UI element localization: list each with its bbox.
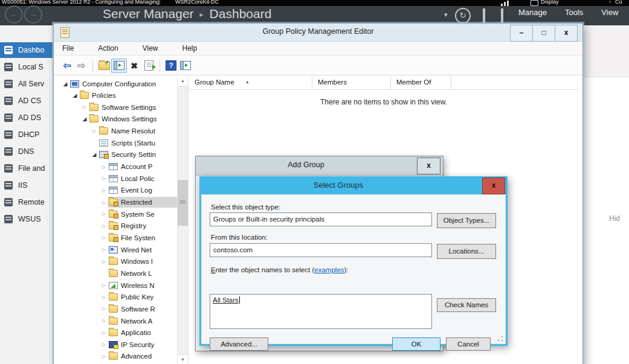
hide-link[interactable]: Hid [609, 214, 620, 223]
sidebar-item-file-and[interactable]: File and [0, 161, 53, 176]
back-button[interactable]: ← [5, 5, 23, 24]
menu-manage[interactable]: Manage [518, 8, 547, 17]
sidebar-item-local-s[interactable]: Local S [0, 59, 53, 75]
tree-item-system-se[interactable]: ▷System Se [59, 208, 178, 220]
sidebar-item-ad-cs[interactable]: AD CS [0, 93, 53, 109]
tree-item-security-settin[interactable]: ◢Security Settin [59, 149, 178, 161]
extended-view-button[interactable] [178, 59, 193, 72]
scrollbar-thumb[interactable] [178, 180, 188, 226]
resize-grip[interactable] [497, 336, 503, 342]
tree-item-event-log[interactable]: ▷Event Log [59, 185, 178, 196]
cancel-button[interactable]: Cancel [446, 337, 491, 351]
gpme-menu-file[interactable]: File [62, 44, 74, 53]
collapse-arrow-icon[interactable]: ◢ [90, 152, 98, 158]
forward-button[interactable]: ⇨ [74, 59, 89, 72]
column-header-group-name[interactable]: Group Name▲ [189, 76, 312, 89]
gpme-menu-help[interactable]: Help [182, 44, 198, 53]
tree-item-restricted[interactable]: ▷Restricted [59, 197, 178, 208]
tree-item-computer-configuration[interactable]: ◢Computer Configuration [59, 78, 178, 89]
gpme-menu-view[interactable]: View [143, 44, 158, 53]
tree-item-registry[interactable]: ▷Registry [59, 220, 178, 232]
expand-arrow-icon[interactable]: ▷ [100, 354, 108, 359]
tree-item-advanced[interactable]: ▷Advanced [59, 351, 178, 362]
refresh-button[interactable]: ↻ [455, 8, 471, 24]
sidebar-item-wsus[interactable]: WSUS [0, 211, 53, 227]
sidebar-item-ad-ds[interactable]: AD DS [0, 110, 53, 126]
chevron-down-icon[interactable]: ▾ [444, 11, 448, 19]
collapse-arrow-icon[interactable]: ◢ [71, 92, 79, 98]
tree-item-software-r[interactable]: ▷Software R [59, 303, 178, 315]
tree-item-scripts-startu[interactable]: Scripts (Startu [59, 137, 178, 148]
object-names-input[interactable]: All Stars [210, 294, 432, 329]
tree-item-account-p[interactable]: ▷Account P [59, 161, 178, 173]
sidebar-item-dns[interactable]: DNS [0, 144, 53, 159]
tree-item-wireless-n[interactable]: ▷Wireless N [59, 279, 178, 291]
gpme-menu-action[interactable]: Action [98, 44, 118, 53]
tree-item-network-a[interactable]: ▷Network A [59, 315, 178, 327]
object-types-button[interactable]: Object Types... [437, 213, 496, 228]
expand-arrow-icon[interactable]: ▷ [100, 164, 108, 170]
sidebar-item-dhcp[interactable]: DHCP [0, 127, 53, 142]
tree-item-file-systen[interactable]: ▷File Systen [59, 232, 178, 243]
menu-tools[interactable]: Tools [565, 8, 583, 17]
messages-flag-icon[interactable] [501, 8, 503, 23]
scroll-down-button[interactable]: ▼ [178, 354, 188, 364]
collapse-arrow-icon[interactable]: ◢ [61, 81, 69, 87]
expand-arrow-icon[interactable]: ▷ [100, 235, 108, 240]
up-one-level-button[interactable] [97, 59, 111, 72]
close-button[interactable]: x [417, 158, 440, 174]
delete-button[interactable]: ✖ [127, 59, 141, 72]
tree-item-software-settings[interactable]: ▷Software Settings [59, 101, 178, 113]
ok-button[interactable]: OK [392, 337, 440, 351]
sidebar-item-all-serv[interactable]: All Serv [0, 76, 53, 92]
tree-item-public-key[interactable]: ▷Public Key [59, 292, 178, 303]
expand-arrow-icon[interactable]: ▷ [100, 283, 108, 288]
tree-item-network-l[interactable]: Network L [59, 267, 178, 279]
add-group-titlebar[interactable]: Add Group x [196, 156, 443, 176]
expand-arrow-icon[interactable]: ▷ [100, 247, 108, 252]
tree-item-windows-settings[interactable]: ◢Windows Settings [59, 113, 178, 125]
expand-arrow-icon[interactable]: ▷ [100, 306, 108, 311]
expand-arrow-icon[interactable]: ▷ [80, 104, 89, 110]
locations-button[interactable]: Locations... [437, 244, 496, 259]
tree-item-wired-net[interactable]: ▷Wired Net [59, 244, 178, 255]
notifications-flag-icon[interactable] [483, 8, 485, 23]
sidebar-item-remote[interactable]: Remote [0, 194, 53, 210]
scroll-up-button[interactable]: ▲ [178, 76, 188, 86]
tree-scrollbar[interactable]: ▲ ▼ [177, 76, 188, 364]
expand-arrow-icon[interactable]: ▷ [100, 295, 108, 300]
tree-item-ip-security[interactable]: ▷IP Security [59, 339, 178, 350]
tree-item-local-polic[interactable]: ▷Local Polic [59, 173, 178, 184]
breadcrumb-root[interactable]: Server Manager [103, 7, 194, 21]
breadcrumb-current[interactable]: Dashboard [210, 7, 272, 21]
display-menu[interactable]: Display [541, 0, 559, 5]
expand-arrow-icon[interactable]: ▷ [100, 188, 108, 193]
check-names-button[interactable]: Check Names [437, 298, 496, 312]
gpme-titlebar[interactable]: Group Policy Management Editor – □ x [54, 24, 582, 42]
tree-item-policies[interactable]: ◢Policies [59, 90, 178, 101]
maximize-button[interactable]: □ [532, 25, 555, 42]
tree-item-name-resolut[interactable]: ▷Name Resolut [59, 126, 178, 137]
collapse-arrow-icon[interactable]: ◢ [80, 116, 89, 122]
expand-arrow-icon[interactable]: ▷ [100, 330, 108, 336]
expand-arrow-icon[interactable]: ▷ [100, 259, 108, 264]
expand-arrow-icon[interactable]: ▷ [100, 200, 108, 205]
column-header-member-of[interactable]: Member Of [391, 76, 451, 89]
close-button[interactable]: x [555, 25, 578, 42]
expand-arrow-icon[interactable]: ▷ [100, 176, 108, 181]
export-list-button[interactable] [141, 59, 156, 72]
display-icon[interactable] [531, 0, 538, 6]
forward-button[interactable]: → [24, 5, 42, 24]
minimize-button[interactable]: – [510, 25, 533, 42]
sidebar-item-dashbo[interactable]: Dashbo [0, 42, 53, 58]
tree-item-windows-i[interactable]: ▷Windows I [59, 256, 178, 267]
tree-item-applicatio[interactable]: ▷Applicatio [59, 327, 178, 339]
performance-bars-icon[interactable] [501, 1, 509, 6]
column-header-members[interactable]: Members [312, 76, 391, 89]
expand-arrow-icon[interactable]: ▷ [100, 223, 108, 229]
connect-menu[interactable]: Co [615, 0, 622, 5]
expand-arrow-icon[interactable]: ▷ [100, 318, 108, 324]
expand-arrow-icon[interactable]: ▷ [100, 342, 108, 347]
advanced-button[interactable]: Advanced... [210, 337, 268, 351]
menu-view[interactable]: View [601, 8, 618, 17]
